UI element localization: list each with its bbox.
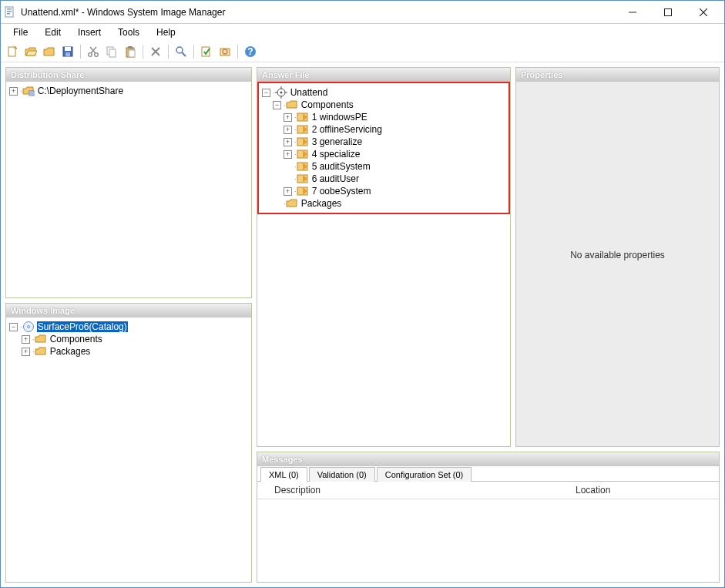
collapse-icon[interactable]: − <box>9 323 18 331</box>
pass-icon <box>297 173 309 185</box>
copy-icon[interactable] <box>103 43 120 60</box>
distribution-share-header: Distribution Share <box>6 68 251 82</box>
winimg-components-label: Components <box>49 334 103 344</box>
pass-4-node[interactable]: +···4 specialize <box>262 148 505 160</box>
svg-rect-2 <box>7 11 12 12</box>
answer-unattend-label: Unattend <box>290 87 329 98</box>
tab-xml[interactable]: XML (0) <box>260 467 307 482</box>
pass-icon <box>297 148 309 160</box>
pass-7-node[interactable]: +···7 oobeSystem <box>262 185 505 197</box>
close-button[interactable] <box>686 2 721 23</box>
svg-line-24 <box>182 52 186 56</box>
pass-2-label: 2 offlineServicing <box>311 124 383 135</box>
expand-icon[interactable]: + <box>22 348 30 356</box>
open-icon[interactable] <box>22 43 39 60</box>
expand-icon[interactable]: + <box>284 138 292 146</box>
answer-unattend-node[interactable]: − ··· Unattend <box>262 86 505 99</box>
messages-tabs: XML (0) Validation (0) Configuration Set… <box>257 466 719 482</box>
properties-panel: Properties No available properties <box>515 67 720 447</box>
find-icon[interactable] <box>173 43 190 60</box>
pass-2-node[interactable]: +···2 offlineServicing <box>262 123 505 136</box>
pass-6-node[interactable]: ····6 auditUser <box>262 173 505 185</box>
config-set-icon[interactable] <box>216 43 233 60</box>
collapse-icon[interactable]: − <box>273 101 281 109</box>
answer-packages-node[interactable]: · ··· Packages <box>262 197 505 210</box>
winimg-root-label: SurfacePro6(Catalog) <box>37 321 128 332</box>
folder-share-icon <box>22 85 35 97</box>
pass-icon <box>297 123 309 136</box>
answer-components-node[interactable]: − ··· Components <box>262 99 505 111</box>
pass-7-label: 7 oobeSystem <box>311 186 372 197</box>
expand-icon[interactable]: + <box>22 335 30 344</box>
distribution-share-panel: Distribution Share + ··· C:\DeploymentSh… <box>5 67 252 298</box>
toolbar: ? <box>1 41 724 62</box>
minimize-button[interactable] <box>615 2 650 23</box>
validate-icon[interactable] <box>198 43 215 60</box>
cut-icon[interactable] <box>85 43 102 60</box>
disc-icon <box>22 321 35 333</box>
title-bar: Unattend.xml* - Windows System Image Man… <box>1 1 724 24</box>
winimg-packages-node[interactable]: + ··· Packages <box>9 345 248 358</box>
properties-header: Properties <box>516 68 719 82</box>
pass-icon <box>297 136 309 148</box>
svg-line-14 <box>91 47 96 53</box>
menu-help[interactable]: Help <box>149 25 183 39</box>
save-icon[interactable] <box>59 43 76 60</box>
svg-rect-11 <box>65 52 70 56</box>
tab-config-set[interactable]: Configuration Set (0) <box>377 467 472 482</box>
menu-insert[interactable]: Insert <box>70 25 109 39</box>
menu-file[interactable]: File <box>5 25 35 39</box>
svg-rect-20 <box>129 50 135 57</box>
svg-rect-3 <box>7 13 10 15</box>
expand-icon[interactable]: + <box>284 187 292 196</box>
svg-rect-1 <box>7 8 12 10</box>
messages-panel: Messages XML (0) Validation (0) Configur… <box>257 452 720 583</box>
expand-icon[interactable]: + <box>9 87 18 96</box>
pass-1-label: 1 windowsPE <box>311 112 368 123</box>
svg-point-34 <box>27 326 29 328</box>
pass-icon <box>297 185 309 197</box>
pass-6-label: 6 auditUser <box>311 173 360 184</box>
svg-rect-17 <box>109 49 116 57</box>
expand-icon[interactable]: + <box>284 126 292 134</box>
expand-icon[interactable]: + <box>284 113 292 122</box>
menu-tools[interactable]: Tools <box>110 25 147 39</box>
menu-edit[interactable]: Edit <box>37 25 69 39</box>
target-icon <box>275 86 287 99</box>
winimg-components-node[interactable]: + ··· Components <box>9 333 248 345</box>
pass-3-node[interactable]: +···3 generalize <box>262 136 505 148</box>
svg-rect-19 <box>128 46 133 49</box>
answer-file-header: Answer File <box>257 68 510 82</box>
properties-empty-text: No available properties <box>516 250 719 260</box>
pass-4-label: 4 specialize <box>311 149 361 160</box>
app-icon <box>4 6 16 18</box>
window-title: Unattend.xml* - Windows System Image Man… <box>21 7 615 18</box>
windows-image-header: Windows Image <box>6 304 251 318</box>
answer-file-panel: Answer File − ··· Unattend − ··· Co <box>257 67 511 447</box>
help-icon[interactable]: ? <box>242 43 259 60</box>
folder-icon <box>35 345 47 358</box>
close-file-icon[interactable] <box>41 43 58 60</box>
menu-bar: File Edit Insert Tools Help <box>1 24 724 41</box>
dist-root-node[interactable]: + ··· C:\DeploymentShare <box>9 85 248 97</box>
pass-5-node[interactable]: ····5 auditSystem <box>262 160 505 173</box>
answer-components-label: Components <box>300 99 354 110</box>
answer-file-highlight: − ··· Unattend − ··· Components +···1 wi… <box>257 82 510 214</box>
winimg-root-node[interactable]: − ··· SurfacePro6(Catalog) <box>9 321 248 333</box>
svg-point-23 <box>176 47 183 53</box>
new-icon[interactable] <box>4 43 21 60</box>
answer-packages-label: Packages <box>300 198 343 209</box>
col-location[interactable]: Location <box>576 485 714 496</box>
tab-validation[interactable]: Validation (0) <box>309 467 375 482</box>
svg-rect-5 <box>665 8 672 15</box>
folder-icon <box>35 333 47 345</box>
collapse-icon[interactable]: − <box>262 89 270 97</box>
expand-icon[interactable]: + <box>284 150 292 159</box>
col-description[interactable]: Description <box>274 485 576 496</box>
pass-1-node[interactable]: +···1 windowsPE <box>262 111 505 123</box>
messages-header: Messages <box>257 452 719 466</box>
paste-icon[interactable] <box>122 43 139 60</box>
maximize-button[interactable] <box>650 2 686 23</box>
svg-rect-30 <box>29 91 34 96</box>
delete-icon[interactable] <box>147 43 164 60</box>
